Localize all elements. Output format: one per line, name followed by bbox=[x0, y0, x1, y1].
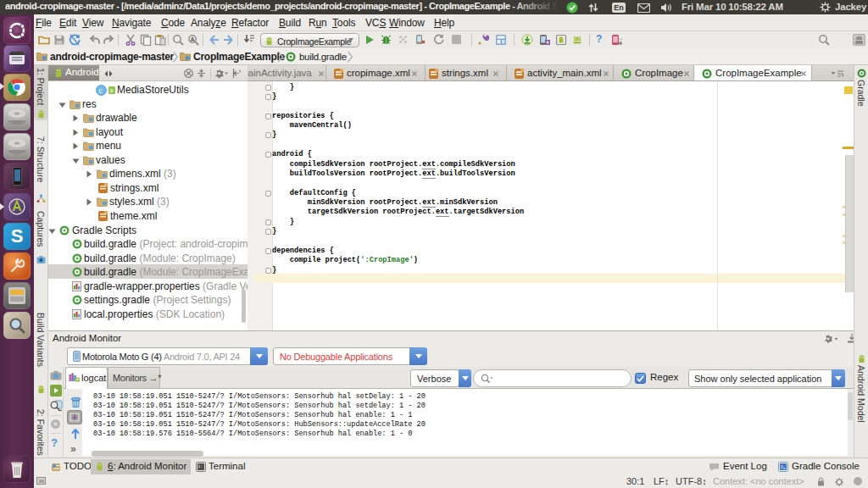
svg-text:A: A bbox=[190, 36, 194, 42]
